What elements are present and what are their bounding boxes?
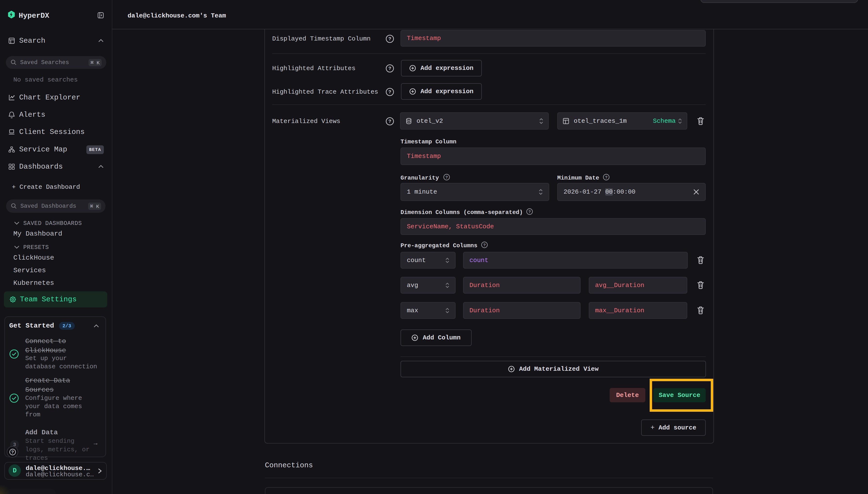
- svg-text:?: ?: [388, 119, 391, 124]
- svg-text:?: ?: [388, 89, 391, 95]
- svg-text:?: ?: [12, 450, 14, 455]
- svg-text:?: ?: [388, 36, 391, 42]
- svg-text:?: ?: [483, 243, 486, 247]
- svg-text:?: ?: [388, 66, 391, 71]
- svg-text:?: ?: [445, 175, 448, 180]
- svg-text:?: ?: [605, 175, 607, 180]
- svg-text:?: ?: [528, 210, 531, 214]
